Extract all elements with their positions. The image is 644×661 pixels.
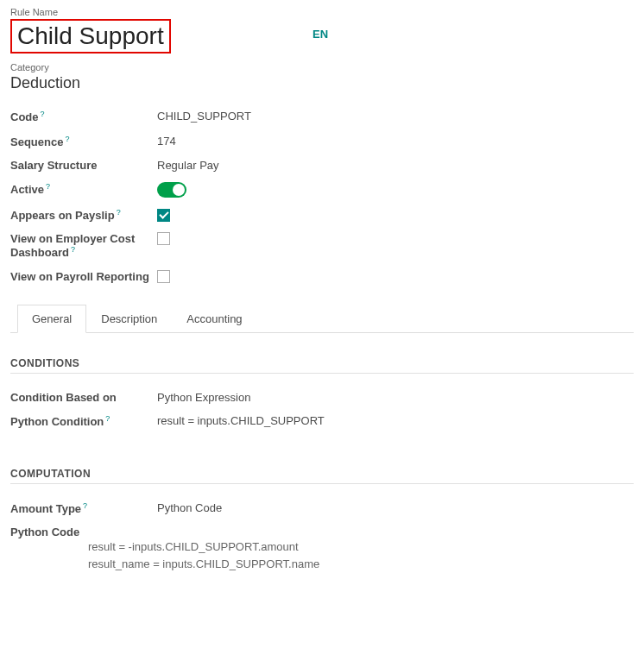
- rule-name-value[interactable]: Child Support: [10, 19, 171, 54]
- row-view-payroll-reporting: View on Payroll Reporting: [10, 265, 634, 291]
- appears-on-payslip-value: [157, 208, 170, 222]
- python-condition-label: Python Condition?: [10, 414, 157, 428]
- toggle-knob-icon: [173, 184, 185, 196]
- active-value: [157, 182, 186, 198]
- python-code-value[interactable]: result = -inputs.CHILD_SUPPORT.amount re…: [10, 538, 634, 572]
- divider: [10, 373, 634, 374]
- active-toggle[interactable]: [157, 182, 186, 198]
- appears-on-payslip-label: Appears on Payslip?: [10, 208, 157, 222]
- amount-type-value[interactable]: Python Code: [157, 501, 222, 514]
- row-amount-type: Amount Type? Python Code: [10, 496, 634, 520]
- code-value[interactable]: CHILD_SUPPORT: [157, 110, 251, 123]
- row-python-condition: Python Condition? result = inputs.CHILD_…: [10, 409, 634, 433]
- tabs: General Description Accounting: [10, 305, 634, 333]
- row-sequence: Sequence? 174: [10, 129, 634, 154]
- view-payroll-reporting-value: [157, 270, 170, 286]
- row-view-employer-cost: View on Employer Cost Dashboard?: [10, 227, 634, 264]
- help-icon[interactable]: ?: [117, 208, 121, 217]
- appears-on-payslip-checkbox[interactable]: [157, 209, 170, 222]
- python-condition-value[interactable]: result = inputs.CHILD_SUPPORT: [157, 414, 325, 427]
- help-icon[interactable]: ?: [65, 135, 69, 143]
- sequence-value[interactable]: 174: [157, 135, 176, 148]
- view-payroll-reporting-label: View on Payroll Reporting: [10, 270, 157, 283]
- tab-accounting[interactable]: Accounting: [172, 305, 256, 333]
- help-icon[interactable]: ?: [46, 182, 50, 191]
- tab-general[interactable]: General: [17, 305, 86, 333]
- python-code-label: Python Code: [10, 526, 634, 538]
- divider: [10, 483, 634, 484]
- category-label: Category: [10, 62, 634, 72]
- view-employer-cost-value: [157, 232, 170, 248]
- computation-title: COMPUTATION: [10, 468, 634, 480]
- view-employer-cost-checkbox[interactable]: [157, 232, 170, 245]
- category-value[interactable]: Deduction: [10, 74, 634, 92]
- tab-description[interactable]: Description: [86, 305, 172, 333]
- row-appears-on-payslip: Appears on Payslip?: [10, 203, 634, 227]
- row-code: Code? CHILD_SUPPORT: [10, 104, 634, 129]
- help-icon[interactable]: ?: [105, 414, 110, 423]
- help-icon[interactable]: ?: [71, 245, 75, 254]
- condition-based-on-value[interactable]: Python Expression: [157, 391, 250, 404]
- code-label: Code?: [10, 110, 157, 123]
- language-badge[interactable]: EN: [313, 28, 328, 41]
- row-salary-structure: Salary Structure Regular Pay: [10, 154, 634, 177]
- row-condition-based-on: Condition Based on Python Expression: [10, 386, 634, 409]
- rule-form: Rule Name Child Support EN Category Dedu…: [0, 0, 644, 595]
- view-employer-cost-label: View on Employer Cost Dashboard?: [10, 232, 157, 259]
- help-icon[interactable]: ?: [83, 501, 87, 510]
- row-python-code: Python Code result = -inputs.CHILD_SUPPO…: [10, 520, 634, 577]
- salary-structure-value[interactable]: Regular Pay: [157, 159, 219, 172]
- active-label: Active?: [10, 182, 157, 196]
- condition-based-on-label: Condition Based on: [10, 391, 157, 404]
- row-active: Active?: [10, 177, 634, 203]
- amount-type-label: Amount Type?: [10, 501, 157, 515]
- view-payroll-reporting-checkbox[interactable]: [157, 270, 170, 283]
- sequence-label: Sequence?: [10, 135, 157, 148]
- rule-name-label: Rule Name: [10, 7, 313, 17]
- help-icon[interactable]: ?: [41, 110, 45, 118]
- header-right: EN: [313, 7, 328, 41]
- header-row: Rule Name Child Support EN: [10, 7, 634, 62]
- salary-structure-label: Salary Structure: [10, 159, 157, 172]
- header-left: Rule Name Child Support: [10, 7, 313, 62]
- conditions-title: CONDITIONS: [10, 357, 634, 369]
